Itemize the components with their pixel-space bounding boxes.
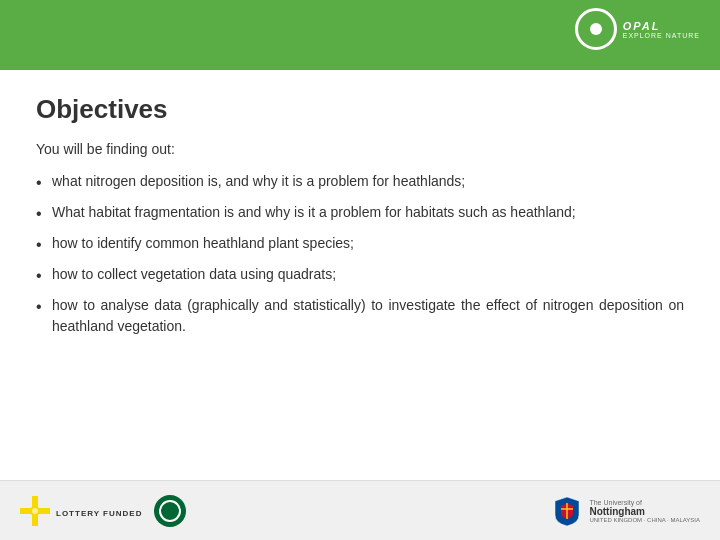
lottery-cross-icon	[20, 496, 50, 526]
bullet-item-1: what nitrogen deposition is, and why it …	[36, 171, 684, 192]
svg-point-3	[32, 508, 38, 514]
bullet-item-5: how to analyse data (graphically and sta…	[36, 295, 684, 337]
bullet-list: what nitrogen deposition is, and why it …	[36, 171, 684, 337]
tnl-inner-circle	[159, 500, 181, 522]
tnl-logo	[154, 495, 186, 527]
page-title: Objectives	[36, 94, 684, 125]
opal-text-block: OPAL EXPLORE NATURE	[623, 20, 700, 39]
bullet-item-2: What habitat fragmentation is and why is…	[36, 202, 684, 223]
footer-left: LOTTERY FUNDED	[20, 495, 186, 527]
opal-subtext: EXPLORE NATURE	[623, 32, 700, 39]
lottery-logo: LOTTERY FUNDED	[20, 496, 142, 526]
university-name: Nottingham	[589, 506, 645, 517]
lottery-funded-label: LOTTERY FUNDED	[56, 509, 142, 518]
footer-bar: LOTTERY FUNDED The University of Notting…	[0, 480, 720, 540]
opal-circle-icon	[575, 8, 617, 50]
header-bar: OPAL EXPLORE NATURE	[0, 0, 720, 70]
content-area: Objectives You will be finding out: what…	[0, 70, 720, 363]
nottingham-text-block: The University of Nottingham UNITED KING…	[589, 499, 700, 523]
lottery-funded-badge: LOTTERY FUNDED	[56, 502, 142, 520]
opal-logo: OPAL EXPLORE NATURE	[575, 8, 700, 50]
intro-text: You will be finding out:	[36, 141, 684, 157]
page-container: OPAL EXPLORE NATURE Objectives You will …	[0, 0, 720, 540]
university-sub: UNITED KINGDOM · CHINA · MALAYSIA	[589, 517, 700, 523]
footer-right: The University of Nottingham UNITED KING…	[553, 495, 700, 527]
nottingham-shield-icon	[553, 495, 581, 527]
university-label: The University of	[589, 499, 642, 506]
bullet-item-4: how to collect vegetation data using qua…	[36, 264, 684, 285]
opal-label: OPAL	[623, 20, 661, 32]
bullet-item-3: how to identify common heathland plant s…	[36, 233, 684, 254]
